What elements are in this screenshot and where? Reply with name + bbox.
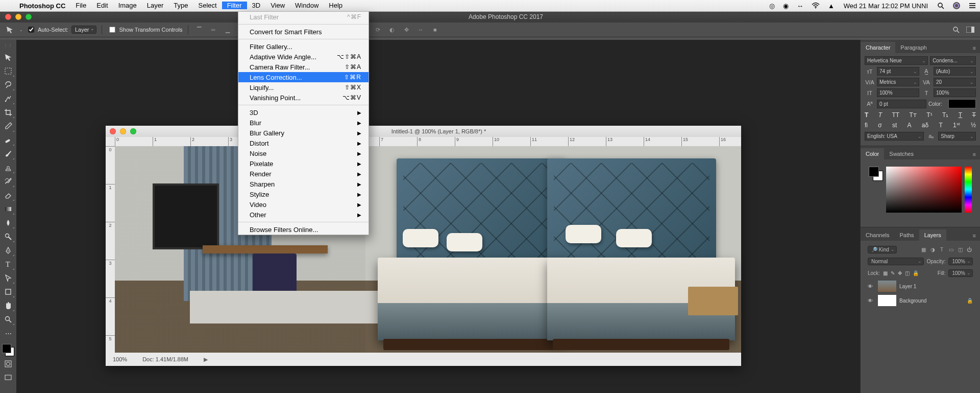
lock-artboard-icon[interactable]: ◫ bbox=[905, 270, 910, 276]
visibility-icon[interactable]: 👁 bbox=[868, 298, 875, 304]
spotlight-icon[interactable] bbox=[933, 0, 948, 11]
history-brush-tool[interactable] bbox=[1, 175, 15, 188]
allcaps-button[interactable]: TT bbox=[892, 111, 900, 119]
3d-zoom-icon[interactable]: ■ bbox=[429, 25, 440, 35]
filter-type-icon[interactable]: T bbox=[938, 246, 945, 253]
gradient-tool[interactable] bbox=[1, 203, 15, 215]
ot-A-button[interactable]: A bbox=[908, 122, 912, 129]
filter-menu-item[interactable]: Blur Gallery▶ bbox=[238, 128, 369, 138]
lock-pixels-icon[interactable]: ✎ bbox=[891, 270, 895, 276]
hue-slider[interactable] bbox=[965, 167, 972, 213]
filter-menu-item[interactable]: Sharpen▶ bbox=[238, 179, 369, 189]
tab-channels[interactable]: Channels bbox=[861, 229, 894, 241]
dodge-tool[interactable] bbox=[1, 230, 15, 243]
font-size-field[interactable]: 74 pt bbox=[877, 67, 919, 76]
filter-menu-item[interactable]: Camera Raw Filter...⇧⌘A bbox=[238, 62, 369, 72]
eraser-tool[interactable] bbox=[1, 189, 15, 201]
filter-menu-item[interactable]: Video▶ bbox=[238, 199, 369, 210]
hscale-field[interactable]: 100% bbox=[934, 88, 976, 97]
font-family-dropdown[interactable]: Helvetica Neue bbox=[865, 56, 928, 65]
ot-fi-button[interactable]: fi bbox=[865, 122, 868, 129]
crop-tool[interactable] bbox=[1, 106, 15, 119]
menu-layer[interactable]: Layer bbox=[142, 2, 169, 9]
layers-panel-menu-icon[interactable]: ≡ bbox=[969, 230, 980, 241]
menu-image[interactable]: Image bbox=[113, 2, 142, 9]
filter-menu-item[interactable]: Render▶ bbox=[238, 169, 369, 179]
menu-type[interactable]: Type bbox=[168, 2, 193, 9]
close-window-button[interactable] bbox=[5, 14, 11, 20]
kerning-field[interactable]: Metrics bbox=[877, 78, 919, 86]
lock-all-icon[interactable]: 🔒 bbox=[913, 270, 919, 276]
filter-menu-item[interactable]: Pixelate▶ bbox=[238, 158, 369, 169]
layer-name[interactable]: Background bbox=[899, 298, 926, 304]
shape-tool[interactable] bbox=[1, 286, 15, 298]
quick-selection-tool[interactable] bbox=[1, 93, 15, 105]
menu-3d[interactable]: 3D bbox=[247, 2, 266, 9]
doc-close-button[interactable] bbox=[110, 128, 116, 134]
menu-window[interactable]: Window bbox=[290, 2, 324, 9]
tab-swatches[interactable]: Swatches bbox=[884, 148, 919, 159]
horizontal-ruler[interactable]: 012345678910111213141516 bbox=[106, 137, 741, 146]
layer-row[interactable]: 👁Background🔒 bbox=[865, 293, 976, 308]
current-tool-icon[interactable] bbox=[3, 25, 16, 35]
ot-ad-button[interactable]: aδ bbox=[922, 122, 928, 129]
align-bottom-icon[interactable]: ▁ bbox=[222, 25, 233, 35]
panel-grip-icon[interactable]: ⋮⋮ bbox=[4, 43, 13, 48]
eyedropper-tool[interactable] bbox=[1, 120, 15, 132]
ot-T1-button[interactable]: T bbox=[939, 122, 942, 129]
minimize-window-button[interactable] bbox=[15, 14, 21, 20]
filter-adjust-icon[interactable]: ◑ bbox=[929, 246, 936, 253]
status-arrow-icon[interactable]: ▶ bbox=[204, 356, 208, 363]
move-tool[interactable] bbox=[1, 51, 15, 63]
font-style-dropdown[interactable]: Condens... bbox=[930, 56, 976, 65]
canvas-image[interactable] bbox=[115, 146, 741, 353]
lock-position-icon[interactable]: ✥ bbox=[898, 270, 902, 276]
quick-mask-icon[interactable] bbox=[1, 358, 15, 370]
antialias-dropdown[interactable]: Sharp bbox=[938, 132, 976, 141]
filter-smart-icon[interactable]: ◫ bbox=[957, 246, 964, 253]
doc-zoom-button[interactable] bbox=[130, 128, 136, 134]
brush-tool[interactable] bbox=[1, 148, 15, 160]
tab-color[interactable]: Color bbox=[861, 148, 884, 159]
search-icon[interactable] bbox=[950, 25, 962, 35]
subscript-button[interactable]: T₁ bbox=[942, 111, 948, 119]
tab-layers[interactable]: Layers bbox=[919, 229, 946, 241]
filter-menu-item[interactable]: Vanishing Point...⌥⌘V bbox=[238, 93, 369, 103]
language-dropdown[interactable]: English: USA bbox=[865, 132, 924, 141]
status-icon-dropdown[interactable]: ▲ bbox=[824, 0, 839, 11]
marquee-tool[interactable] bbox=[1, 65, 15, 77]
align-vcenter-icon[interactable]: ═ bbox=[208, 25, 219, 35]
filter-shape-icon[interactable]: ▭ bbox=[947, 246, 954, 253]
blur-tool[interactable] bbox=[1, 217, 15, 229]
ot-half-button[interactable]: ½ bbox=[971, 122, 976, 129]
filter-menu-item[interactable]: Browse Filters Online... bbox=[238, 224, 369, 235]
lasso-tool[interactable] bbox=[1, 79, 15, 91]
menu-help[interactable]: Help bbox=[324, 2, 348, 9]
zoom-window-button[interactable] bbox=[26, 14, 32, 20]
blend-mode-dropdown[interactable]: Normal bbox=[868, 258, 924, 265]
filter-menu-item[interactable]: Filter Gallery... bbox=[238, 41, 369, 52]
filter-menu-item[interactable]: Lens Correction...⇧⌘R bbox=[238, 72, 369, 82]
doc-minimize-button[interactable] bbox=[120, 128, 126, 134]
status-icon-3[interactable]: ↔ bbox=[793, 0, 807, 11]
color-fgbg-swatch[interactable] bbox=[869, 167, 883, 181]
show-transform-checkbox[interactable]: Show Transform Controls bbox=[107, 25, 182, 34]
3d-orbit-icon[interactable]: ⟳ bbox=[372, 25, 383, 35]
leading-field[interactable]: (Auto) bbox=[934, 67, 976, 76]
filter-menu-item[interactable]: Stylize▶ bbox=[238, 189, 369, 199]
tool-preset-chevron-icon[interactable]: ⌄ bbox=[19, 28, 23, 32]
text-color-swatch[interactable] bbox=[948, 99, 976, 108]
3d-roll-icon[interactable]: ◐ bbox=[386, 25, 398, 35]
visibility-icon[interactable]: 👁 bbox=[868, 284, 875, 289]
menu-file[interactable]: File bbox=[70, 2, 91, 9]
notification-center-icon[interactable] bbox=[965, 0, 980, 11]
italic-button[interactable]: T bbox=[878, 111, 882, 119]
tab-paragraph[interactable]: Paragraph bbox=[895, 42, 932, 53]
menu-select[interactable]: Select bbox=[193, 2, 222, 9]
filter-menu-item[interactable]: Convert for Smart Filters bbox=[238, 27, 369, 37]
workspace-switcher-icon[interactable] bbox=[965, 25, 976, 35]
auto-select-checkbox[interactable]: Auto-Select: bbox=[26, 25, 68, 34]
document-titlebar[interactable]: Intitled-1 @ 100% (Layer 1, RGB/8*) * bbox=[106, 126, 741, 137]
type-tool[interactable]: T bbox=[1, 258, 15, 270]
filter-menu-item[interactable]: Blur▶ bbox=[238, 118, 369, 128]
